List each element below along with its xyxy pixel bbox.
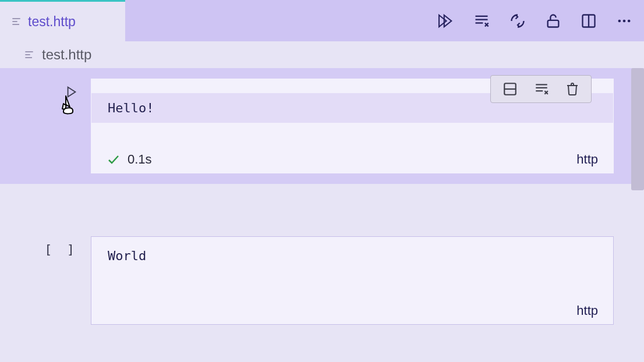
file-icon — [23, 49, 35, 61]
scrollbar-thumb[interactable] — [631, 68, 644, 190]
language-label[interactable]: http — [576, 303, 598, 318]
cell-toolbar — [490, 75, 592, 103]
more-button[interactable] — [616, 13, 632, 29]
breadcrumb-file[interactable]: test.http — [42, 47, 91, 63]
tab-test-http[interactable]: test.http — [0, 0, 125, 41]
clear-output-button[interactable] — [533, 81, 550, 97]
tab-label: test.http — [28, 14, 76, 30]
clear-all-button[interactable] — [473, 13, 490, 29]
cell-gutter: [ ] — [16, 236, 91, 257]
svg-point-14 — [623, 19, 626, 22]
svg-rect-10 — [548, 20, 559, 27]
breadcrumb: test.http — [0, 41, 644, 68]
cell-body: World http — [91, 236, 614, 325]
file-icon — [10, 16, 22, 27]
check-icon — [107, 152, 121, 166]
cells-area: Hello! 0.1s http [ ] World http — [0, 68, 644, 325]
status-time: 0.1s — [128, 152, 152, 167]
code-line[interactable]: World — [91, 237, 613, 271]
editor-toolbar — [436, 0, 632, 41]
svg-marker-4 — [444, 15, 452, 27]
cell-status-bar: http — [91, 271, 613, 324]
run-cell-button[interactable] — [65, 84, 78, 102]
svg-marker-26 — [68, 87, 76, 97]
restart-button[interactable] — [509, 13, 526, 29]
idle-prompt-marker: [ ] — [44, 242, 78, 257]
unlock-icon[interactable] — [545, 13, 561, 29]
tab-bar: test.http — [0, 0, 644, 41]
svg-point-15 — [628, 19, 631, 22]
split-right-button[interactable] — [581, 13, 597, 29]
cell-gutter — [16, 79, 91, 102]
run-all-button[interactable] — [436, 12, 454, 30]
delete-cell-button[interactable] — [565, 81, 579, 97]
split-cell-button[interactable] — [503, 81, 518, 97]
svg-point-13 — [618, 19, 621, 22]
svg-marker-3 — [439, 15, 447, 27]
cell-idle[interactable]: [ ] World http — [0, 236, 644, 325]
language-label[interactable]: http — [576, 152, 598, 167]
cell-status-bar: 0.1s http — [91, 123, 613, 173]
